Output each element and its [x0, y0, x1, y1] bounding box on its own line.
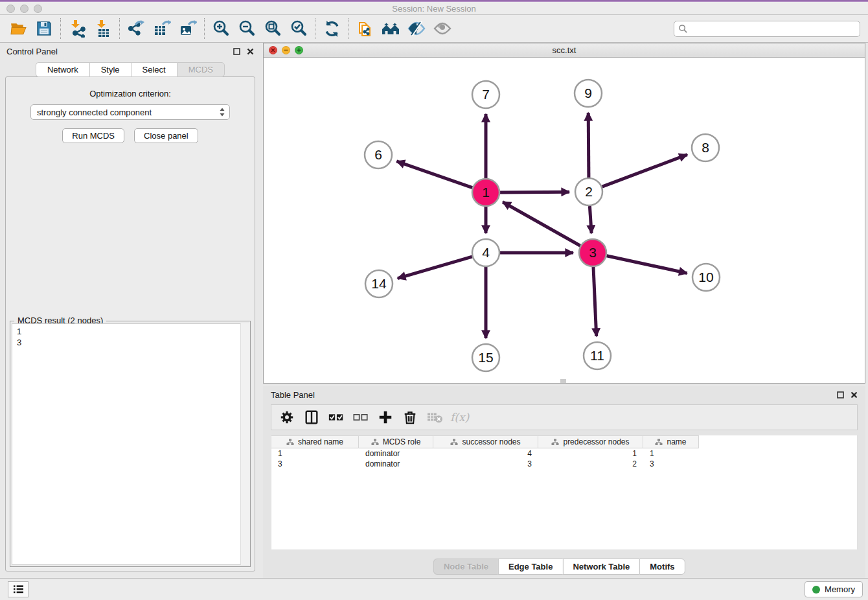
tab-style[interactable]: Style: [89, 62, 131, 77]
duplicate-network-icon[interactable]: [352, 17, 378, 40]
criterion-dropdown[interactable]: strongly connected component: [30, 104, 230, 120]
graph-node-8[interactable]: 8: [692, 134, 719, 161]
zoom-fit-icon[interactable]: [260, 17, 286, 40]
mcds-result-line: 1: [17, 326, 248, 337]
graph-node-label: 1: [482, 185, 490, 200]
import-network-icon[interactable]: [64, 17, 90, 40]
graph-node-7[interactable]: 7: [472, 81, 499, 108]
graph-node-9[interactable]: 9: [575, 80, 602, 107]
export-network-icon[interactable]: [123, 17, 149, 40]
network-graph: 1234678910111415: [264, 58, 865, 383]
table-cell[interactable]: 1: [271, 449, 359, 458]
table-cell[interactable]: 1: [538, 449, 643, 458]
network-zoom-button[interactable]: [295, 46, 303, 54]
graph-node-14[interactable]: 14: [365, 270, 393, 297]
column-header-predecessor-nodes[interactable]: predecessor nodes: [538, 435, 643, 448]
right-area: scc.txt 1234678910111415 Table Panel: [263, 43, 865, 578]
table-cell[interactable]: 4: [433, 449, 538, 458]
canvas-resize-handle[interactable]: [560, 379, 566, 383]
tab-node-table[interactable]: Node Table: [433, 559, 498, 575]
graph-node-15[interactable]: 15: [472, 344, 499, 371]
graph-edge-3-10[interactable]: [607, 256, 687, 273]
memory-status-icon: [812, 586, 820, 594]
graph-edge-1-2[interactable]: [500, 192, 569, 192]
close-panel-icon[interactable]: [247, 48, 254, 55]
tab-select[interactable]: Select: [131, 62, 177, 77]
zoom-out-icon[interactable]: [234, 17, 260, 40]
graph-edge-3-11[interactable]: [593, 267, 597, 336]
float-table-panel-icon[interactable]: [837, 391, 844, 398]
table-tabs: Node TableEdge TableNetwork TableMotifs: [433, 559, 685, 575]
tab-mcds[interactable]: MCDS: [177, 62, 225, 77]
statusbar: Memory: [0, 578, 868, 600]
graph-node-11[interactable]: 11: [584, 342, 611, 369]
column-header-name[interactable]: name: [643, 435, 699, 448]
table-cell[interactable]: dominator: [359, 449, 433, 458]
column-header-shared-name[interactable]: shared name: [271, 435, 359, 448]
task-history-button[interactable]: [8, 581, 29, 597]
graph-edge-2-9[interactable]: [588, 113, 589, 178]
close-panel-button[interactable]: Close panel: [134, 128, 198, 143]
table-cell[interactable]: dominator: [359, 459, 433, 468]
float-panel-icon[interactable]: [233, 48, 240, 55]
tab-motifs[interactable]: Motifs: [639, 559, 685, 575]
close-table-panel-icon[interactable]: [851, 391, 858, 398]
table-cell[interactable]: 3: [643, 459, 699, 468]
column-sort-icon: [551, 439, 559, 446]
zoom-in-icon[interactable]: [208, 17, 234, 40]
table-row[interactable]: 1dominator411: [271, 448, 857, 459]
graph-node-10[interactable]: 10: [692, 264, 720, 291]
show-all-icon: [429, 17, 455, 40]
graph-node-2[interactable]: 2: [575, 178, 602, 205]
network-canvas[interactable]: 1234678910111415: [264, 58, 865, 383]
graph-node-3[interactable]: 3: [579, 239, 606, 266]
import-table-icon[interactable]: [90, 17, 116, 40]
graph-node-4[interactable]: 4: [472, 239, 499, 266]
table-cell[interactable]: 1: [643, 449, 699, 458]
open-session-icon[interactable]: [5, 17, 31, 40]
hide-selected-icon[interactable]: [404, 17, 429, 40]
tab-network[interactable]: Network: [36, 62, 89, 77]
refresh-layout-icon[interactable]: [319, 17, 345, 40]
network-minimize-button[interactable]: [282, 46, 290, 54]
table-cell[interactable]: 3: [271, 459, 359, 468]
mcds-result-scrollbar[interactable]: [240, 323, 249, 565]
table-cell[interactable]: 2: [538, 459, 643, 468]
graph-edge-2-3[interactable]: [589, 206, 591, 233]
graph-edge-3-1[interactable]: [503, 202, 580, 246]
run-mcds-button[interactable]: Run MCDS: [62, 128, 124, 143]
graph-node-1[interactable]: 1: [472, 179, 499, 206]
column-header-MCDS-role[interactable]: MCDS role: [359, 435, 433, 448]
column-sort-icon: [655, 439, 663, 446]
column-header-successor-nodes[interactable]: successor nodes: [433, 435, 538, 448]
graph-node-6[interactable]: 6: [365, 141, 392, 168]
tab-edge-table[interactable]: Edge Table: [498, 559, 562, 575]
add-icon[interactable]: [375, 407, 395, 428]
delete-table-icon: [424, 407, 444, 428]
save-session-icon[interactable]: [31, 17, 57, 40]
graph-node-label: 7: [482, 87, 490, 102]
tab-network-table[interactable]: Network Table: [562, 559, 639, 575]
network-close-button[interactable]: [269, 46, 277, 54]
export-table-icon[interactable]: [149, 17, 175, 40]
gear-icon[interactable]: [277, 407, 297, 428]
graph-node-label: 2: [585, 184, 593, 199]
graph-edge-1-6[interactable]: [396, 161, 472, 188]
toolbar-separator: [60, 18, 61, 39]
columns-icon[interactable]: [301, 407, 321, 428]
export-image-icon[interactable]: [175, 17, 201, 40]
memory-button[interactable]: Memory: [805, 581, 863, 597]
trash-icon[interactable]: [400, 407, 420, 428]
select-all-icon[interactable]: [326, 407, 346, 428]
search-field[interactable]: [674, 21, 860, 37]
graph-edge-4-14[interactable]: [398, 257, 472, 279]
search-input[interactable]: [688, 24, 856, 34]
graph-node-label: 3: [589, 245, 597, 260]
mcds-result-textarea[interactable]: 13: [12, 323, 249, 565]
first-neighbors-icon[interactable]: [378, 17, 404, 40]
zoom-selected-icon[interactable]: [286, 17, 312, 40]
table-row[interactable]: 3dominator323: [271, 459, 857, 469]
deselect-all-icon[interactable]: [350, 407, 371, 428]
table-cell[interactable]: 3: [433, 459, 538, 468]
graph-edge-2-8[interactable]: [602, 155, 687, 187]
